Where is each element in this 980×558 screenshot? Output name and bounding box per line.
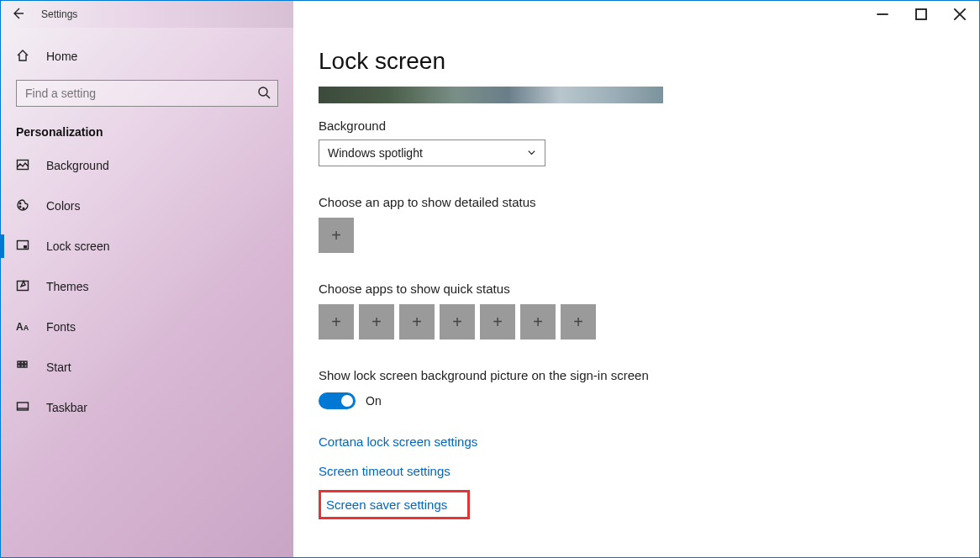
close-button[interactable]	[940, 1, 979, 28]
detailed-status-row: +	[319, 218, 954, 253]
plus-icon: +	[493, 313, 503, 332]
lockscreen-preview-image	[319, 87, 663, 103]
search-wrap	[1, 80, 293, 118]
sidebar-item-fonts[interactable]: AA Fonts	[1, 310, 293, 344]
svg-point-1	[259, 87, 267, 96]
cortana-link[interactable]: Cortana lock screen settings	[319, 434, 477, 449]
plus-icon: +	[331, 313, 341, 332]
search-icon	[257, 86, 271, 102]
quick-status-add-button[interactable]: +	[319, 304, 354, 340]
quick-status-section: Choose apps to show quick status +++++++	[319, 282, 954, 340]
home-icon	[16, 49, 34, 65]
svg-point-5	[23, 208, 24, 209]
image-icon	[16, 158, 34, 174]
chevron-down-icon	[527, 148, 536, 159]
close-icon	[953, 8, 967, 21]
quick-status-add-button[interactable]: +	[561, 304, 596, 340]
sidebar-item-label: Themes	[46, 280, 89, 293]
body: Home Personalization Background Colors	[1, 28, 979, 557]
plus-icon: +	[371, 313, 382, 332]
detailed-status-add-button[interactable]: +	[319, 218, 354, 253]
plus-icon: +	[452, 313, 462, 332]
sidebar-item-label: Background	[46, 159, 109, 172]
sidebar-item-label: Taskbar	[46, 401, 87, 414]
svg-rect-12	[18, 365, 20, 367]
maximize-icon	[914, 8, 928, 21]
quick-status-row: +++++++	[319, 304, 954, 340]
search-box[interactable]	[16, 80, 278, 107]
sidebar: Home Personalization Background Colors	[1, 28, 293, 557]
screen-timeout-link[interactable]: Screen timeout settings	[319, 464, 450, 478]
svg-rect-7	[24, 245, 27, 249]
sidebar-item-start[interactable]: Start	[1, 350, 293, 384]
titlebar-right	[293, 1, 979, 28]
sidebar-item-label: Home	[46, 50, 77, 63]
background-dropdown[interactable]: Windows spotlight	[319, 140, 545, 166]
detailed-status-section: Choose an app to show detailed status +	[319, 195, 954, 253]
signin-toggle[interactable]	[319, 392, 356, 409]
signin-label: Show lock screen background picture on t…	[319, 368, 954, 382]
page-title: Lock screen	[319, 48, 954, 75]
titlebar-left: Settings	[1, 1, 293, 28]
quick-status-add-button[interactable]: +	[440, 304, 475, 340]
themes-icon	[16, 279, 34, 295]
back-arrow-icon	[11, 7, 24, 20]
sidebar-item-label: Fonts	[46, 320, 76, 334]
minimize-icon	[876, 8, 889, 21]
svg-rect-0	[916, 9, 926, 19]
sidebar-section-title: Personalization	[1, 118, 293, 149]
background-label: Background	[319, 118, 954, 133]
svg-rect-14	[24, 365, 27, 367]
plus-icon: +	[533, 313, 543, 332]
detailed-status-label: Choose an app to show detailed status	[319, 195, 954, 209]
plus-icon: +	[573, 313, 583, 332]
titlebar: Settings	[1, 1, 979, 28]
fonts-icon: AA	[16, 321, 34, 333]
toggle-knob	[341, 395, 353, 407]
dropdown-value: Windows spotlight	[328, 146, 423, 160]
palette-icon	[16, 198, 34, 214]
taskbar-icon	[16, 400, 34, 416]
svg-point-4	[19, 206, 21, 208]
minimize-button[interactable]	[863, 1, 902, 28]
start-icon	[16, 360, 34, 376]
screen-saver-link[interactable]: Screen saver settings	[319, 490, 470, 519]
quick-status-add-button[interactable]: +	[359, 304, 394, 340]
toggle-state-label: On	[366, 394, 382, 408]
sidebar-item-themes[interactable]: Themes	[1, 270, 293, 303]
quick-status-add-button[interactable]: +	[520, 304, 556, 340]
content: Lock screen Background Windows spotlight…	[293, 28, 979, 557]
signin-section: Show lock screen background picture on t…	[319, 368, 954, 409]
sidebar-item-lockscreen[interactable]: Lock screen	[1, 229, 293, 263]
lockscreen-icon	[16, 239, 34, 255]
sidebar-item-home[interactable]: Home	[1, 39, 293, 73]
window-title: Settings	[34, 8, 77, 20]
quick-status-add-button[interactable]: +	[480, 304, 515, 340]
back-button[interactable]	[1, 7, 34, 23]
plus-icon: +	[412, 313, 422, 332]
svg-rect-9	[18, 361, 20, 364]
sidebar-item-colors[interactable]: Colors	[1, 189, 293, 223]
sidebar-item-taskbar[interactable]: Taskbar	[1, 391, 293, 424]
search-input[interactable]	[24, 86, 257, 101]
sidebar-item-label: Colors	[46, 199, 80, 213]
maximize-button[interactable]	[902, 1, 940, 28]
sidebar-item-label: Lock screen	[46, 240, 109, 253]
sidebar-item-background[interactable]: Background	[1, 149, 293, 182]
svg-rect-13	[21, 365, 24, 367]
quick-status-add-button[interactable]: +	[399, 304, 435, 340]
svg-rect-11	[24, 361, 27, 364]
svg-rect-10	[21, 361, 24, 364]
quick-status-label: Choose apps to show quick status	[319, 282, 954, 296]
plus-icon: +	[331, 226, 341, 245]
signin-toggle-row: On	[319, 392, 954, 409]
svg-point-3	[19, 203, 21, 204]
sidebar-item-label: Start	[46, 361, 71, 374]
